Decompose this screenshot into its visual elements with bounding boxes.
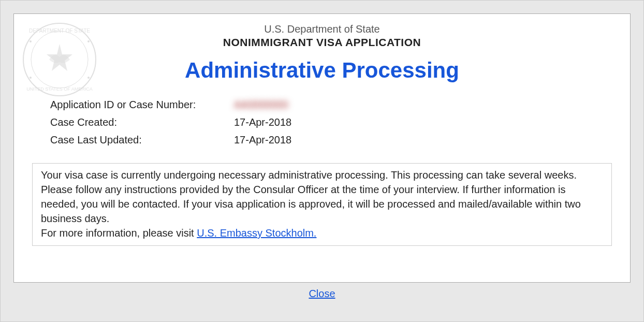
svg-point-5	[87, 77, 90, 79]
department-label: U.S. Department of State	[32, 23, 612, 35]
close-button[interactable]: Close	[309, 288, 335, 299]
us-seal-icon: DEPARTMENT OF STATE UNITED STATES OF AME…	[18, 18, 101, 103]
svg-text:UNITED STATES OF AMERICA: UNITED STATES OF AMERICA	[26, 86, 93, 92]
application-title: NONIMMIGRANT VISA APPLICATION	[32, 36, 612, 49]
case-updated-label: Case Last Updated:	[50, 131, 234, 149]
svg-text:DEPARTMENT OF STATE: DEPARTMENT OF STATE	[29, 28, 90, 34]
case-id-value: AA0000000	[234, 96, 288, 113]
info-message: Your visa case is currently undergoing n…	[41, 169, 581, 224]
modal-container: DEPARTMENT OF STATE UNITED STATES OF AME…	[0, 0, 644, 322]
info-box: Your visa case is currently undergoing n…	[32, 163, 612, 246]
case-created-value: 17-Apr-2018	[234, 113, 291, 131]
case-created-label: Case Created:	[50, 113, 234, 131]
embassy-link[interactable]: U.S. Embassy Stockholm.	[197, 227, 316, 239]
case-updated-value: 17-Apr-2018	[234, 131, 291, 149]
footer: Close	[13, 288, 631, 300]
svg-point-7	[87, 40, 90, 42]
svg-point-6	[30, 40, 32, 42]
case-id-row: Application ID or Case Number: AA0000000	[50, 96, 612, 113]
case-details: Application ID or Case Number: AA0000000…	[50, 96, 612, 149]
info-more-prefix: For more information, please visit	[41, 227, 197, 239]
case-updated-row: Case Last Updated: 17-Apr-2018	[50, 131, 612, 149]
header: U.S. Department of State NONIMMIGRANT VI…	[32, 23, 612, 49]
svg-point-4	[30, 77, 32, 79]
status-title: Administrative Processing	[32, 58, 612, 83]
content-panel: DEPARTMENT OF STATE UNITED STATES OF AME…	[13, 13, 631, 283]
case-created-row: Case Created: 17-Apr-2018	[50, 113, 612, 131]
